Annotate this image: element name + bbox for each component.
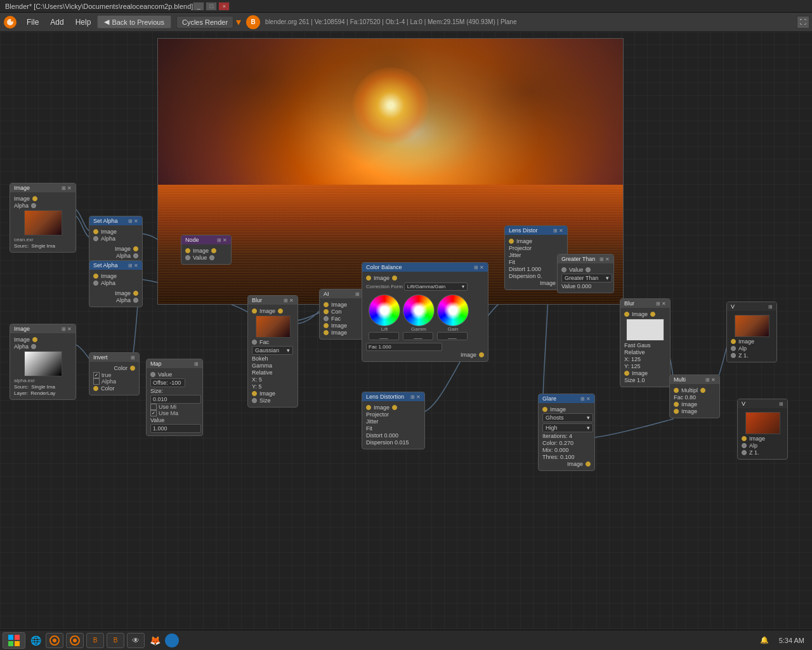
invert-color-in[interactable] xyxy=(93,386,98,391)
cb-img-out[interactable] xyxy=(392,275,397,281)
ng-img-in[interactable] xyxy=(185,248,190,253)
cb-gamma-input[interactable]: ___ xyxy=(403,332,433,340)
ai-con-in[interactable] xyxy=(324,309,329,314)
map-val-out[interactable]: 1.000 xyxy=(150,424,201,433)
greater-than-node[interactable]: Greater Than ⊞✕ Value Greater Than▾ Valu… xyxy=(557,254,614,293)
ai-img-in[interactable] xyxy=(324,302,329,307)
image-node-2[interactable]: Image ⊞✕ Image Alpha alpha.exr Sourc: Si… xyxy=(10,324,76,400)
cb-controls[interactable]: ⊞✕ xyxy=(474,265,484,270)
sa1-alpha-socket[interactable] xyxy=(93,236,98,241)
glare-node[interactable]: Glare ⊞✕ Image Ghosts▾ High▾ Iterations:… xyxy=(538,394,595,471)
taskbar-icon-ie[interactable]: 🌐 xyxy=(28,633,43,648)
ai-img2-in[interactable] xyxy=(324,323,329,328)
taskbar-icon-firefox[interactable]: 🦊 xyxy=(147,633,162,648)
blur-img-in[interactable] xyxy=(252,308,257,314)
viewer2-node[interactable]: V ⊞ Image Alp Z 1. xyxy=(737,399,788,460)
close-button[interactable]: × xyxy=(218,2,230,11)
cb-img-in[interactable] xyxy=(366,275,371,281)
v1-img-in[interactable] xyxy=(731,339,736,344)
map-range-node[interactable]: Map ⊞ Value Offse: -100 Size: 0.010 Use … xyxy=(146,359,203,436)
invert-out[interactable] xyxy=(130,366,135,371)
image-node-1-controls[interactable]: ⊞✕ xyxy=(62,185,72,191)
blur2-node[interactable]: Blur ⊞✕ Image Fast Gaus Relative X: 125 … xyxy=(620,298,671,387)
map-offset-input[interactable]: Offse: -100 xyxy=(150,378,185,387)
map-val-in[interactable] xyxy=(150,372,155,377)
viewer2-controls[interactable]: ⊞ xyxy=(779,401,783,407)
image-node-1[interactable]: Image ⊞✕ Image Alpha cean.exr Sourc: Sin… xyxy=(10,183,76,253)
image-out-socket[interactable] xyxy=(32,196,37,201)
glare-img-out[interactable] xyxy=(586,461,591,467)
blur2-img-in2[interactable] xyxy=(624,371,629,376)
color-balance-node[interactable]: Color Balance ⊞✕ Image Correction Form L… xyxy=(362,262,488,362)
ai-img3-in[interactable] xyxy=(324,330,329,335)
fullscreen-button[interactable]: ⛶ xyxy=(797,16,809,29)
node-group-controls[interactable]: ⊞✕ xyxy=(217,237,227,243)
v2-img-in[interactable] xyxy=(742,436,747,441)
ng-val-in[interactable] xyxy=(185,255,190,260)
maximize-button[interactable]: □ xyxy=(206,2,217,11)
set-alpha-1-controls[interactable]: ⊞✕ xyxy=(128,218,138,224)
menu-help[interactable]: Help xyxy=(70,16,96,29)
alpha-out-socket[interactable] xyxy=(31,203,36,208)
multiply-node[interactable]: Multi ⊞✕ Multipl Fac 0.80 Image Image xyxy=(669,375,720,418)
sa2-img-in[interactable] xyxy=(93,274,98,279)
ng-img-out[interactable] xyxy=(211,248,216,253)
cb-lift-input[interactable]: ___ xyxy=(369,332,399,340)
img2-alpha-out[interactable] xyxy=(31,344,36,349)
taskbar-notification[interactable]: 🔔 xyxy=(757,636,771,644)
blur-size-in[interactable] xyxy=(252,398,257,403)
mult-img-in[interactable] xyxy=(674,388,679,393)
sa2-img-out[interactable] xyxy=(133,291,138,296)
sa1-in-socket[interactable] xyxy=(93,229,98,234)
taskbar-icon-1[interactable] xyxy=(46,633,63,648)
invert-controls[interactable]: ⊞ xyxy=(131,355,135,361)
img2-img-out[interactable] xyxy=(32,337,37,342)
cb-gain-wheel[interactable] xyxy=(437,295,469,326)
sa2-alpha-in[interactable] xyxy=(93,281,98,286)
cb-type-dropdown[interactable]: Lift/Gamma/Gain▾ xyxy=(404,282,468,291)
v2-alp-in[interactable] xyxy=(742,443,747,448)
set-alpha-node-2[interactable]: Set Alpha ⊞✕ Image Alpha Image Alpha xyxy=(89,260,143,307)
map-size-input[interactable]: 0.010 xyxy=(150,395,201,404)
ldistor-img-in[interactable] xyxy=(509,239,514,244)
blur2-controls[interactable]: ⊞✕ xyxy=(656,301,666,307)
taskbar-icon-blender1[interactable]: B xyxy=(86,633,104,648)
glare-img-in[interactable] xyxy=(542,407,547,412)
glare-type[interactable]: Ghosts▾ xyxy=(542,413,593,422)
mult-img-in3[interactable] xyxy=(674,409,679,414)
node-group[interactable]: Node ⊞✕ Image Value xyxy=(181,235,232,265)
ld-img-in[interactable] xyxy=(366,405,371,410)
invert-alpha-cb[interactable] xyxy=(93,378,100,385)
invert-node[interactable]: Invert ⊞ Color ✓ true Alpha Color xyxy=(89,352,140,395)
cb-gain-input[interactable]: ___ xyxy=(437,332,468,340)
cb-gamma-wheel[interactable] xyxy=(403,295,435,326)
ldistor-controls[interactable]: ⊞✕ xyxy=(553,228,563,234)
blur-method[interactable]: Gaussian▾ xyxy=(252,346,293,355)
menu-add[interactable]: Add xyxy=(45,16,69,29)
ld-controls[interactable]: ⊞✕ xyxy=(410,394,421,400)
viewer1-node[interactable]: V ⊞ Image Alp Z 1. xyxy=(726,302,777,362)
blur-img-in2[interactable] xyxy=(252,391,257,396)
render-engine-selector[interactable]: Cycles Render xyxy=(176,16,233,29)
v2-z-in[interactable] xyxy=(742,450,747,455)
start-button[interactable] xyxy=(3,632,25,649)
taskbar-icon-blender2[interactable]: B xyxy=(107,633,124,648)
ai-fac-in[interactable] xyxy=(324,316,329,321)
glare-controls[interactable]: ⊞✕ xyxy=(580,396,591,402)
viewer1-controls[interactable]: ⊞ xyxy=(768,304,773,310)
gt-type[interactable]: Greater Than▾ xyxy=(561,274,612,282)
cb-lift-wheel[interactable] xyxy=(369,295,400,326)
ng-val-out[interactable] xyxy=(209,255,214,260)
blur2-img-out[interactable] xyxy=(650,312,655,317)
taskbar-icon-eye[interactable]: 👁 xyxy=(127,633,145,648)
menu-file[interactable]: File xyxy=(22,16,44,29)
cb-fac-input[interactable]: Fac 1.000 xyxy=(366,343,442,351)
lens-distortion-node[interactable]: Lens Distortion ⊞✕ Image Projector Jitte… xyxy=(362,392,425,449)
map-usemax-cb[interactable]: ✓ xyxy=(150,410,157,416)
set-alpha-node-1[interactable]: Set Alpha ⊞✕ Image Alpha Image Alpha xyxy=(89,216,143,263)
minimize-button[interactable]: _ xyxy=(193,2,204,11)
gt-val-in[interactable] xyxy=(561,267,566,272)
v1-z-in[interactable] xyxy=(731,353,736,358)
blur-controls[interactable]: ⊞✕ xyxy=(284,298,294,303)
blur-fac-in[interactable] xyxy=(252,340,257,345)
